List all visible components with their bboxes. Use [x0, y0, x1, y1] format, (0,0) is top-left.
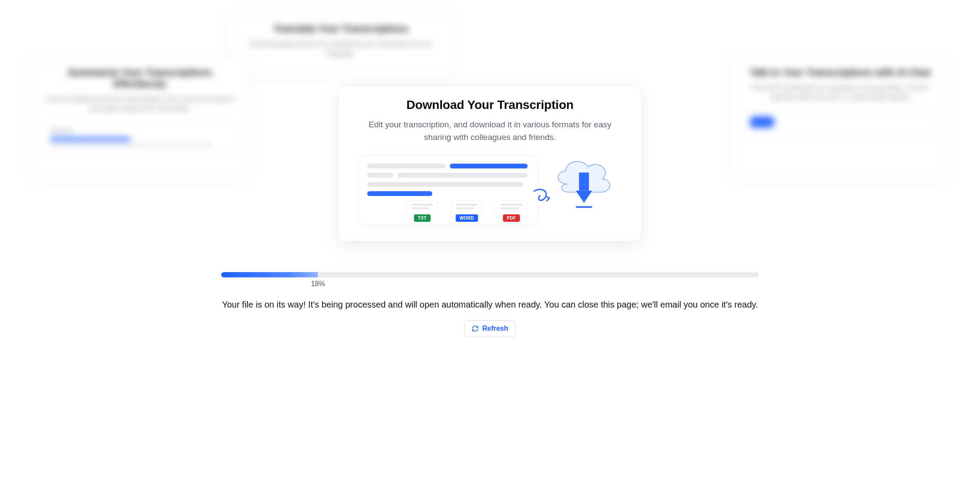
progress-bar	[221, 272, 759, 277]
refresh-button-label: Refresh	[482, 325, 508, 332]
bg-card-summarize: Summarize Your Transcriptions Effortless…	[31, 57, 249, 179]
bg-card-summarize-title: Summarize Your Transcriptions Effortless…	[43, 67, 236, 90]
bg-card-aichat-panel	[744, 110, 937, 134]
bg-card-summarize-desc: Convert lengthy discussion transcription…	[43, 94, 236, 113]
progress-area: 18% Your file is on its way! It's being …	[221, 272, 759, 337]
format-badge-txt: TXT	[414, 214, 431, 222]
bg-card-summarize-panel-label: Summary	[50, 128, 230, 134]
bg-card-aichat: Talk to Your Transcriptions with AI Chat…	[731, 57, 949, 179]
format-tiles: TXT WORD PDF	[367, 200, 530, 219]
cloud-download-icon	[551, 155, 617, 213]
illus-cloud-download	[547, 155, 621, 225]
bg-card-aichat-desc: Chat with Transkriptor's AI assistant to…	[744, 83, 937, 102]
refresh-icon	[472, 325, 479, 332]
refresh-button[interactable]: Refresh	[464, 320, 516, 337]
background-cards-layer: Translate Your Transcriptions Break lang…	[0, 0, 980, 497]
svg-rect-0	[579, 172, 589, 190]
format-badge-pdf: PDF	[503, 214, 520, 222]
progress-percent-label: 18%	[311, 280, 759, 288]
bg-card-aichat-title: Talk to Your Transcriptions with AI Chat	[744, 67, 937, 78]
progress-status-text: Your file is on its way! It's being proc…	[221, 298, 759, 311]
bg-card-translate: Translate Your Transcriptions Break lang…	[227, 13, 455, 79]
modal-illustration: TXT WORD PDF	[354, 155, 626, 225]
download-modal: Download Your Transcription Edit your tr…	[338, 85, 642, 242]
swirl-arrow-icon	[532, 187, 554, 209]
format-tile-txt: TXT	[407, 200, 438, 219]
format-tile-word: WORD	[451, 200, 483, 219]
bg-card-translate-title: Translate Your Transcriptions	[240, 23, 442, 35]
format-badge-word: WORD	[456, 214, 478, 222]
bg-card-translate-desc: Break language barriers by translating y…	[240, 39, 442, 58]
modal-title: Download Your Transcription	[354, 98, 626, 112]
illus-document: TXT WORD PDF	[359, 155, 538, 224]
format-tile-pdf: PDF	[496, 200, 527, 219]
svg-marker-1	[576, 191, 592, 203]
modal-subtitle: Edit your transcription, and download it…	[354, 118, 626, 144]
progress-bar-fill	[221, 272, 318, 277]
bg-card-summarize-panel: Summary	[43, 121, 236, 156]
